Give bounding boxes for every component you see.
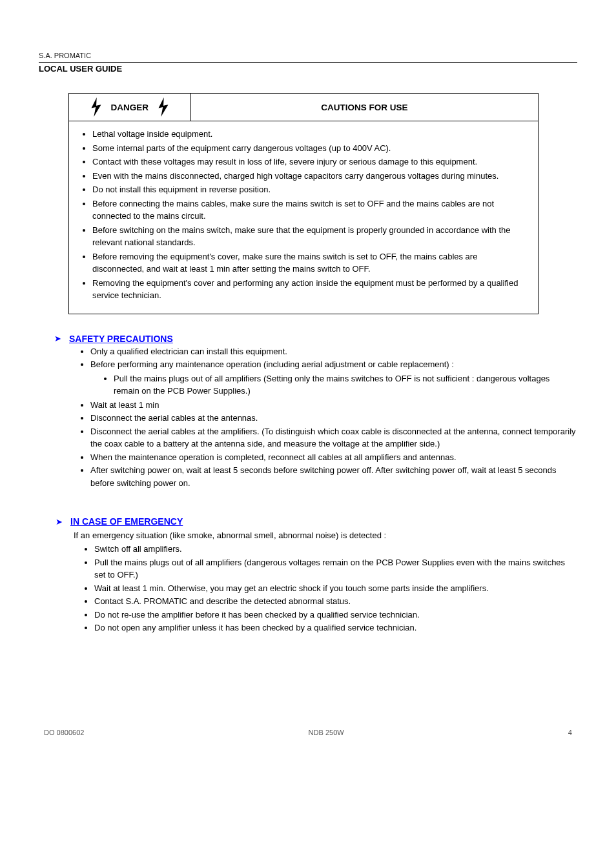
list-item: Before performing any maintenance operat… bbox=[90, 358, 577, 371]
svg-marker-1 bbox=[159, 97, 169, 117]
safety-title: SAFETY PRECAUTIONS bbox=[69, 334, 173, 344]
list-item: Do not install this equipment in reverse… bbox=[92, 183, 528, 196]
list-item: Before removing the equipment's cover, m… bbox=[92, 250, 528, 276]
list-item: Disconnect the aerial cables at the ampl… bbox=[90, 425, 577, 450]
page-footer: DO 0800602 NDB 250W 4 bbox=[39, 729, 577, 736]
list-item: Wait at least 1 min bbox=[90, 399, 577, 412]
emergency-list: Switch off all amplifiers. Pull the main… bbox=[74, 543, 577, 634]
list-item: Before connecting the mains cables, make… bbox=[92, 197, 528, 223]
safety-list: Only a qualified electrician can install… bbox=[54, 345, 577, 371]
warning-list: Lethal voltage inside equipment. Some in… bbox=[69, 128, 538, 302]
list-item: Contact S.A. PROMATIC and describe the d… bbox=[94, 595, 577, 608]
list-item: Pull the mains plugs out of all amplifie… bbox=[94, 556, 577, 581]
list-item: Lethal voltage inside equipment. bbox=[92, 128, 528, 141]
warning-box: DANGER CAUTIONS FOR USE Lethal voltage i… bbox=[68, 93, 539, 314]
danger-label: DANGER bbox=[111, 103, 149, 112]
company-name: S.A. PROMATIC bbox=[39, 52, 577, 59]
safety-precautions-section: ➤ SAFETY PRECAUTIONS Only a qualified el… bbox=[54, 334, 577, 490]
list-item: Wait at least 1 min. Otherwise, you may … bbox=[94, 582, 577, 595]
danger-caption: DANGER bbox=[69, 94, 191, 121]
list-item: Contact with these voltages may result i… bbox=[92, 156, 528, 168]
list-item: Do not re-use the amplifier before it ha… bbox=[94, 609, 577, 621]
lightning-bolt-icon bbox=[90, 97, 102, 117]
guide-title: LOCAL USER GUIDE bbox=[39, 64, 577, 74]
list-item: Some internal parts of the equipment car… bbox=[92, 142, 528, 155]
lightning-bolt-icon bbox=[158, 97, 169, 117]
arrow-bullet-icon: ➤ bbox=[54, 334, 61, 343]
emergency-section: ➤ IN CASE OF EMERGENCY If an emergency s… bbox=[74, 516, 577, 634]
list-item: Before switching on the mains switch, ma… bbox=[92, 224, 528, 249]
footer-doc-id: DO 0800602 bbox=[44, 729, 84, 736]
list-item: Switch off all amplifiers. bbox=[94, 543, 577, 556]
footer-model: NDB 250W bbox=[309, 729, 344, 736]
safety-list-cont: Wait at least 1 min Disconnect the aeria… bbox=[54, 399, 577, 490]
list-item: When the maintenance operation is comple… bbox=[90, 451, 577, 464]
svg-marker-0 bbox=[91, 97, 101, 117]
cautions-caption: CAUTIONS FOR USE bbox=[191, 94, 538, 121]
cautions-label: CAUTIONS FOR USE bbox=[321, 103, 407, 112]
emergency-lead: If an emergency situation (like smoke, a… bbox=[74, 530, 577, 540]
list-item: Removing the equipment's cover and perfo… bbox=[92, 277, 528, 302]
list-item: Do not open any amplifier unless it has … bbox=[94, 621, 577, 634]
emergency-title: IN CASE OF EMERGENCY bbox=[70, 516, 183, 527]
list-item: Pull the mains plugs out of all amplifie… bbox=[114, 372, 577, 398]
list-item: Only a qualified electrician can install… bbox=[90, 345, 577, 358]
arrow-bullet-icon: ➤ bbox=[56, 518, 63, 526]
list-item: Even with the mains disconnected, charge… bbox=[92, 170, 528, 183]
list-item: Disconnect the aerial cables at the ante… bbox=[90, 412, 577, 425]
list-item: After switching power on, wait at least … bbox=[90, 464, 577, 489]
footer-page-number: 4 bbox=[568, 729, 572, 736]
